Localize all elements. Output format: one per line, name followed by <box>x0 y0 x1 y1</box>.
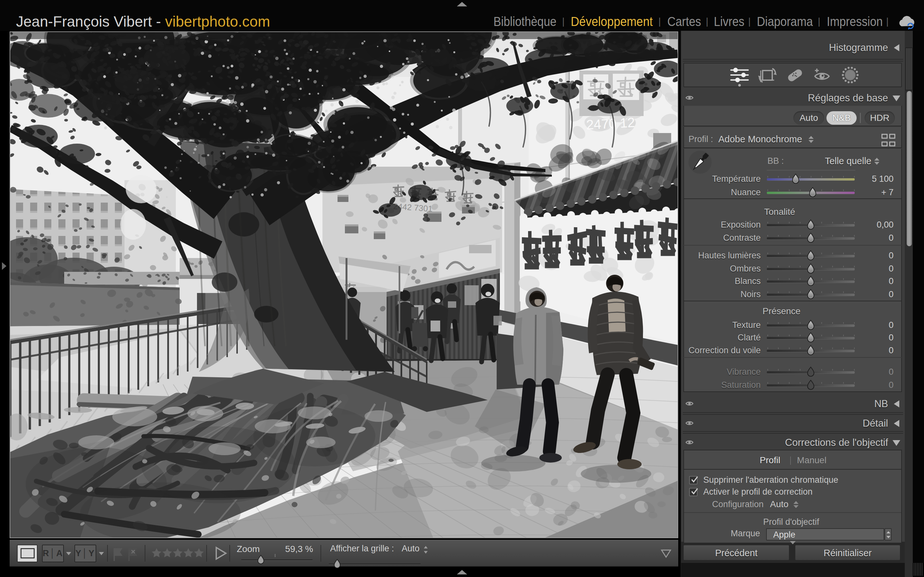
svg-text:2470 12: 2470 12 <box>586 115 635 132</box>
